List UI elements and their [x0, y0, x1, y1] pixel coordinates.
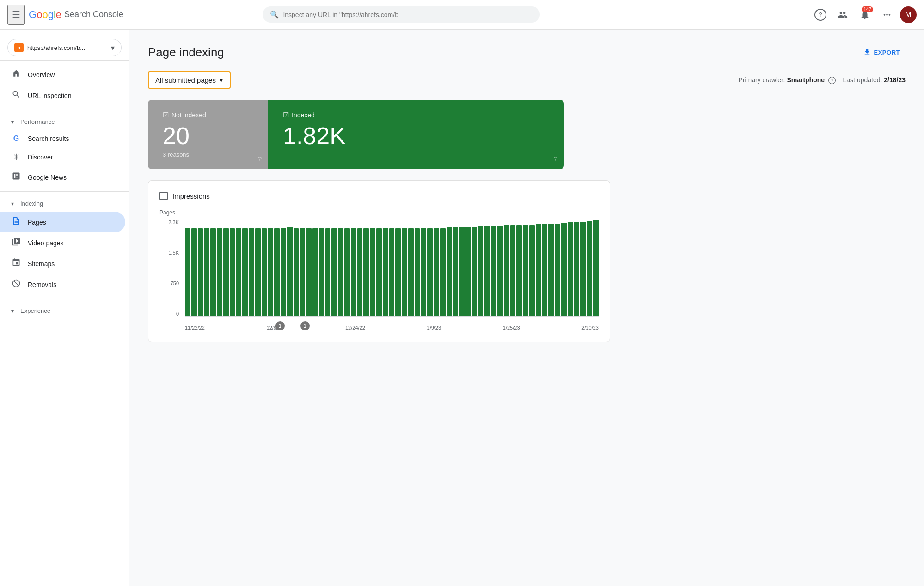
logo-o-yellow: o [42, 9, 48, 21]
y-tick-750: 750 [171, 281, 179, 286]
chart-bar [281, 228, 286, 316]
chart-bar [453, 227, 458, 316]
performance-arrow-icon: ▾ [11, 119, 14, 125]
chart-bar [555, 224, 560, 316]
chart-bar [529, 225, 535, 316]
search-icon: 🔍 [270, 10, 279, 19]
google-logo: Google Search Console [29, 9, 123, 21]
chart-bar [351, 228, 356, 316]
chart-bar [510, 225, 516, 316]
accounts-button[interactable] [833, 6, 852, 24]
nav-divider-1 [0, 60, 129, 61]
sidebar-label-overview: Overview [28, 71, 55, 79]
sidebar-item-google-news[interactable]: Google News [0, 167, 125, 188]
notifications-button[interactable]: 147 [856, 6, 874, 24]
app-layout: a https://ahrefs.com/b... ▾ Overview URL… [0, 30, 924, 586]
filter-label: All submitted pages [155, 76, 216, 84]
sidebar-item-video-pages[interactable]: Video pages [0, 232, 125, 253]
chart-bar [447, 227, 452, 316]
sidebar-item-pages[interactable]: Pages [0, 212, 125, 232]
not-indexed-label: ☑ Not indexed [163, 111, 253, 119]
chart-bar [249, 228, 254, 316]
chart-y-label: Pages [159, 209, 599, 216]
chart-bar [548, 224, 554, 316]
search-bar[interactable]: 🔍 [263, 6, 540, 23]
sidebar-section-performance[interactable]: ▾ Performance [0, 114, 129, 130]
sidebar: a https://ahrefs.com/b... ▾ Overview URL… [0, 30, 129, 586]
chart-bar [236, 228, 241, 316]
chart-bar [230, 228, 235, 316]
help-icon: ? [814, 9, 826, 21]
chart-y-axis: 2.3K 1.5K 750 0 [159, 220, 183, 317]
site-favicon: a [14, 43, 24, 52]
sidebar-section-experience-label: Experience [20, 307, 50, 314]
sidebar-label-google-news: Google News [28, 174, 67, 181]
chart-bar [268, 228, 273, 316]
search-icon [11, 90, 21, 101]
accounts-icon [838, 10, 848, 20]
chart-bar [198, 228, 203, 316]
discover-icon: ✳ [11, 152, 21, 162]
chart-bar [306, 228, 312, 316]
chart-bar [580, 222, 586, 316]
chart-bar [465, 227, 471, 316]
grid-button[interactable] [878, 6, 896, 24]
search-input[interactable] [283, 11, 532, 18]
export-button[interactable]: EXPORT [857, 44, 906, 60]
sidebar-item-sitemaps[interactable]: Sitemaps [0, 253, 125, 274]
filter-chevron-icon: ▾ [220, 76, 223, 84]
hamburger-menu[interactable]: ☰ [7, 5, 25, 25]
impressions-checkbox[interactable] [159, 192, 168, 200]
chart-bar [516, 225, 522, 316]
sitemaps-icon [11, 258, 21, 269]
x-tick-1: 11/22/22 [185, 325, 205, 330]
chart-bar [421, 228, 426, 316]
help-button[interactable]: ? [811, 6, 830, 24]
pages-icon [11, 216, 21, 228]
chart-container: Impressions Pages 2.3K 1.5K 750 0 11/22/… [148, 180, 610, 342]
topbar-logo: ☰ Google Search Console [7, 5, 123, 25]
crawler-help-icon: ? [828, 77, 836, 84]
chart-bar [300, 228, 305, 316]
chart-bar [472, 227, 477, 316]
chart-bar [223, 228, 229, 316]
chart-bar [262, 228, 267, 316]
site-selector[interactable]: a https://ahrefs.com/b... ▾ [7, 39, 122, 56]
chart-annotation: 1 [300, 321, 310, 330]
sidebar-section-performance-label: Performance [20, 118, 55, 125]
y-tick-2300: 2.3K [168, 220, 179, 225]
chart-bar [204, 228, 209, 316]
removals-icon [11, 279, 21, 290]
sidebar-item-overview[interactable]: Overview [0, 64, 125, 85]
sidebar-item-url-inspection[interactable]: URL inspection [0, 85, 125, 106]
sidebar-section-experience[interactable]: ▾ Experience [0, 303, 129, 319]
page-title: Page indexing [148, 45, 224, 60]
chart-bar [478, 226, 484, 316]
chart-bar [319, 228, 324, 316]
indexed-value: 1.82K [283, 123, 549, 149]
sidebar-item-discover[interactable]: ✳ Discover [0, 147, 125, 167]
filter-dropdown[interactable]: All submitted pages ▾ [148, 71, 231, 89]
topbar-actions: ? 147 M [811, 6, 917, 24]
sidebar-item-removals[interactable]: Removals [0, 274, 125, 295]
indexed-card[interactable]: ☑ Indexed 1.82K ? [268, 100, 564, 169]
sidebar-section-indexing[interactable]: ▾ Indexing [0, 195, 129, 212]
chart-bar [504, 225, 509, 316]
chart-bar [383, 228, 388, 316]
avatar[interactable]: M [900, 6, 917, 23]
chart-bar [312, 228, 318, 316]
chart-bar [344, 228, 350, 316]
crawler-value: Smartphone [787, 76, 825, 84]
chart-bar [568, 222, 573, 316]
logo-subtitle: Search Console [64, 10, 123, 19]
sidebar-item-search-results[interactable]: G Search results [0, 130, 125, 147]
chart-bar [363, 228, 369, 316]
chart-plot [185, 220, 599, 317]
not-indexed-card[interactable]: ☑ Not indexed 20 3 reasons ? [148, 100, 268, 169]
google-news-icon [11, 171, 21, 183]
indexed-help-icon: ? [554, 155, 557, 163]
chart-bar [185, 228, 190, 316]
not-indexed-help-icon: ? [258, 155, 262, 163]
chart-bar [427, 228, 433, 316]
sidebar-section-indexing-label: Indexing [20, 200, 43, 207]
